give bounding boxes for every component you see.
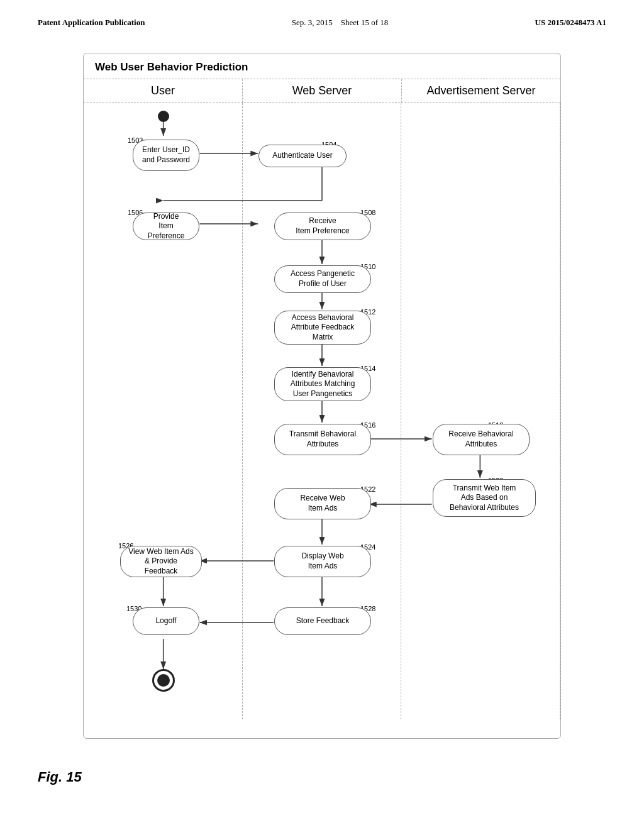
box-1508: Receive Item Preference [274, 213, 371, 240]
header-date: Sep. 3, 2015 [292, 18, 333, 27]
swimlane-user: User [84, 79, 243, 102]
diagram-title: Web User Behavior Prediction [84, 53, 560, 79]
end-circle-outer [152, 669, 175, 692]
swimlane-adserver: Advertisement Server [402, 79, 560, 102]
header-sheet: Sheet 15 of 18 [341, 18, 388, 27]
figure-caption: Fig. 15 [0, 758, 644, 785]
box-1526: View Web Item Ads & Provide Feedback [120, 546, 202, 577]
box-1530: Logoff [133, 607, 199, 635]
header-left: Patent Application Publication [38, 18, 145, 28]
box-1528: Store Feedback [274, 607, 371, 635]
box-1520: Transmit Web Item Ads Based on Behaviora… [433, 479, 536, 517]
box-1524: Display Web Item Ads [274, 546, 371, 577]
box-1510: Access Pangenetic Profile of User [274, 265, 371, 293]
start-circle [158, 111, 169, 122]
swimlane-body: 1502 Enter User_ID and Password 1504 Aut… [84, 103, 560, 719]
box-1522: Receive Web Item Ads [274, 488, 371, 519]
box-1512: Access Behavioral Attribute Feedback Mat… [274, 311, 371, 345]
box-1504: Authenticate User [258, 145, 347, 167]
box-1514: Identify Behavioral Attributes Matching … [274, 367, 371, 401]
box-1502: Enter User_ID and Password [133, 140, 199, 171]
diagram-container: Web User Behavior Prediction User Web Se… [83, 53, 561, 739]
header-center: Sep. 3, 2015 Sheet 15 of 18 [292, 18, 388, 28]
swimlane-webserver: Web Server [243, 79, 402, 102]
end-circle-inner [157, 674, 170, 687]
header-right: US 2015/0248473 A1 [535, 18, 606, 28]
page-header: Patent Application Publication Sep. 3, 2… [0, 0, 644, 34]
box-1518: Receive Behavioral Attributes [433, 424, 530, 455]
swimlane-headers: User Web Server Advertisement Server [84, 79, 560, 103]
col-adserver [401, 103, 560, 719]
box-1516: Transmit Behavioral Attributes [274, 424, 371, 455]
box-1506: Provide Item Preference [133, 213, 199, 240]
